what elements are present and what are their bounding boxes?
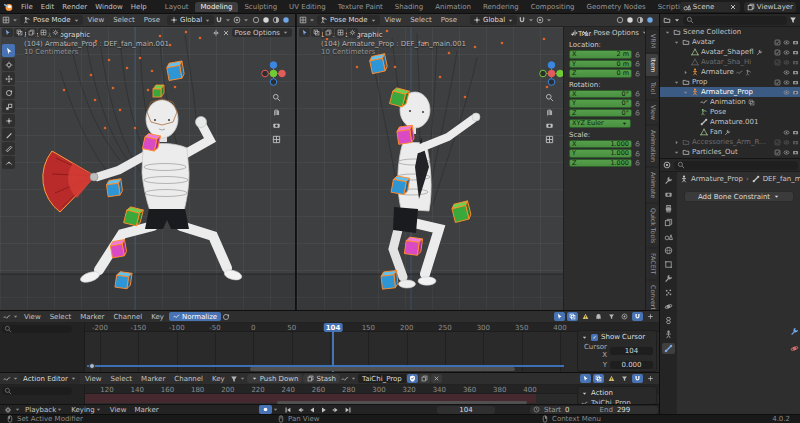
hand-icon[interactable] [545, 107, 554, 116]
menu-pose[interactable]: Pose [437, 16, 461, 24]
tool-axis[interactable] [2, 114, 15, 127]
caret-icon[interactable] [12, 375, 19, 382]
viewport-front-scene[interactable]: Front Orthographic (104) Armature_Prop :… [0, 27, 295, 310]
eye-icon[interactable] [783, 139, 790, 146]
transform-field-z[interactable]: Z0 m [569, 69, 632, 78]
properties-search-input[interactable] [674, 161, 798, 170]
action-icon[interactable] [341, 375, 349, 383]
hand-icon[interactable] [272, 107, 281, 116]
eye-icon[interactable] [783, 59, 790, 66]
lock-icon[interactable] [634, 150, 641, 157]
menu-playback[interactable]: Playback [21, 406, 67, 414]
pointer-toggle[interactable] [554, 312, 565, 321]
properties-tab-data[interactable] [662, 329, 675, 340]
outliner-item-animation[interactable]: Animation [660, 97, 800, 107]
physics-cube[interactable] [115, 271, 132, 289]
proportional-icon[interactable] [233, 16, 241, 24]
magnet-icon[interactable] [518, 16, 526, 24]
close-icon[interactable] [581, 29, 589, 37]
check-icon[interactable] [774, 49, 781, 56]
physics-cube[interactable] [396, 125, 414, 144]
butterfly-icon[interactable] [212, 29, 220, 37]
tool-setting[interactable] [50, 28, 61, 37]
lock-icon[interactable] [634, 90, 641, 97]
camera-icon[interactable] [272, 121, 281, 130]
rotation-mode-dropdown[interactable]: XYZ Euler [569, 119, 631, 128]
caret-icon[interactable] [673, 39, 680, 46]
tool-cursor3d[interactable] [2, 58, 15, 71]
outliner-editor-icon[interactable] [663, 16, 671, 24]
menu-view[interactable]: View [20, 313, 45, 321]
sidebar-tab-faceit[interactable]: FACEIT [646, 249, 658, 278]
check-icon[interactable] [774, 139, 781, 146]
tool-setting[interactable] [311, 28, 322, 37]
transform-field-y[interactable]: Y1.000 [569, 149, 632, 158]
close-icon[interactable] [729, 3, 737, 11]
sidebar-tab-view[interactable]: View [646, 101, 658, 124]
caret-right-icon[interactable] [682, 69, 689, 76]
caret-icon[interactable] [673, 149, 680, 156]
graph-curve-area[interactable] [85, 332, 659, 372]
horizontal-scrollbar[interactable] [250, 367, 515, 371]
camera-icon[interactable] [792, 59, 799, 66]
tool-pointer[interactable] [2, 44, 15, 57]
caret-icon[interactable] [664, 29, 671, 36]
physics-cube[interactable] [110, 240, 128, 258]
mode-selector[interactable]: Pose Mode [317, 15, 380, 25]
grid-icon[interactable] [272, 135, 281, 144]
camera-icon[interactable] [792, 39, 799, 46]
physics-cube[interactable] [381, 271, 399, 290]
funnel-toggle[interactable] [619, 374, 630, 383]
caret-icon[interactable] [682, 89, 689, 96]
tool-scale[interactable] [2, 100, 15, 113]
menu-select[interactable]: Select [109, 16, 139, 24]
properties-tab-object[interactable] [662, 259, 675, 270]
overlap-toggle[interactable] [593, 374, 604, 383]
menu-key[interactable]: Key [147, 313, 168, 321]
editor-mode-dropdown[interactable]: Action Editor [20, 374, 80, 384]
sidebar-tab-vrm[interactable]: VRM [646, 30, 658, 52]
eye-icon[interactable] [783, 149, 790, 156]
sphere-icon[interactable] [282, 16, 290, 24]
sidebar-tab-animation[interactable]: Animation [646, 126, 658, 166]
menu-select[interactable]: Select [46, 313, 76, 321]
camera-icon[interactable] [792, 89, 799, 96]
outliner-item-armature[interactable]: Armature [660, 67, 800, 77]
previous-keyframe-button[interactable] [295, 405, 306, 414]
breadcrumb-bone[interactable]: DEF_fan_main.001 [763, 175, 800, 183]
properties-tab-constraints[interactable] [662, 315, 675, 326]
normalize-toggle[interactable]: Normalize [169, 312, 221, 321]
properties-tab-view-layer[interactable] [662, 217, 675, 228]
auto-keying-toggle[interactable] [259, 405, 272, 414]
cursor-x-field[interactable]: 104 [610, 347, 653, 355]
orientation-selector[interactable]: Global [167, 15, 214, 25]
menu-view[interactable]: View [81, 375, 106, 383]
sidebar-tab-item[interactable]: Item [646, 54, 658, 76]
outliner-item-prop[interactable]: Prop [660, 77, 800, 87]
outliner-item-particles-out[interactable]: Particles_Out [660, 147, 800, 157]
caret-icon[interactable] [239, 375, 246, 382]
outliner-item-armature-001[interactable]: Armature.001 [660, 117, 800, 127]
physics-cube[interactable] [106, 179, 123, 197]
outliner-item-pose[interactable]: Pose [660, 107, 800, 117]
tool-annotate[interactable] [2, 128, 15, 141]
properties-tab-bone-constraint[interactable] [662, 343, 675, 354]
workspace-tab-geometry-nodes[interactable]: Geometry Nodes [581, 2, 652, 12]
lock-icon[interactable] [634, 70, 641, 77]
tool-rotate[interactable] [2, 86, 15, 99]
physics-cube[interactable] [166, 61, 185, 81]
frame-range-field[interactable]: Start0End299 [530, 406, 658, 414]
caret-icon[interactable] [12, 313, 19, 320]
tool-breakdown[interactable] [2, 156, 15, 169]
dope-ruler[interactable]: 1201401601802002202402602803003203403603… [0, 385, 659, 394]
action-icon[interactable] [3, 375, 11, 383]
next-keyframe-button[interactable] [331, 405, 342, 414]
magnifier-icon[interactable] [272, 93, 281, 102]
pose-options-dropdown[interactable]: Pose Options [591, 28, 651, 37]
tool-move[interactable] [2, 72, 15, 85]
jump-to-start-button[interactable] [283, 405, 294, 414]
workspace-tab-layout[interactable]: Layout [159, 2, 195, 12]
sidebar-tab-tool[interactable]: Tool [646, 78, 658, 98]
unlink-action-button[interactable] [431, 374, 442, 383]
gear-icon[interactable] [4, 406, 12, 414]
